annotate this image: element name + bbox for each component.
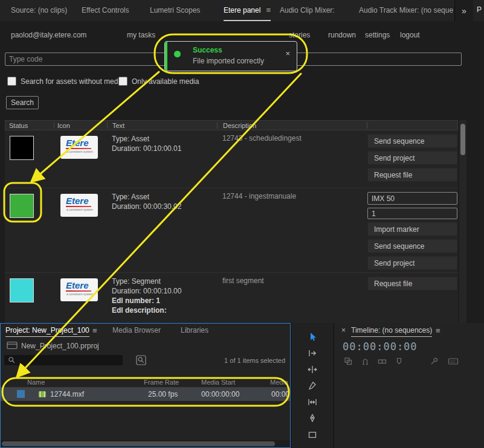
search-button[interactable]: Search — [6, 96, 39, 109]
overflow-chevron-icon[interactable]: » — [454, 0, 473, 21]
marker-number-input[interactable] — [367, 208, 457, 219]
header-description: Description — [223, 122, 256, 129]
header-separator — [107, 122, 108, 129]
nav-logout[interactable]: logout — [400, 31, 420, 39]
add-marker-icon[interactable] — [395, 357, 404, 366]
tab-lumetri-scopes[interactable]: Lumetri Scopes — [150, 0, 200, 20]
checkbox-available-media-box[interactable] — [118, 77, 127, 86]
send-project-button[interactable]: Send project — [367, 256, 457, 270]
request-file-button[interactable]: Request file — [367, 277, 457, 290]
timeline-title[interactable]: Timeline: (no sequences) — [351, 326, 432, 337]
timeline-settings-wrench-icon[interactable] — [430, 357, 439, 366]
vertical-scrollbar[interactable] — [459, 120, 466, 323]
panel-menu-icon[interactable]: ≡ — [266, 5, 271, 14]
partial-next-panel-tab[interactable]: P — [477, 5, 482, 14]
selection-tool[interactable] — [305, 330, 320, 343]
checkbox-available-media[interactable]: Only available media — [118, 77, 199, 86]
project-search-input[interactable] — [4, 355, 123, 365]
panel-tab-bar: Source: (no clips) Effect Controls Lumet… — [0, 0, 484, 22]
toast-title: Success — [193, 46, 222, 54]
timeline-timecode: 00:00:00:00 — [343, 341, 418, 353]
timeline-menu-icon[interactable]: ≡ — [436, 326, 440, 335]
horizontal-scrollbar[interactable] — [1, 440, 290, 447]
nest-sequence-icon[interactable] — [344, 357, 353, 366]
nav-my-tasks[interactable]: my tasks — [127, 31, 155, 39]
clip-frame-rate: 25.00 fps — [148, 390, 178, 398]
nav-stories[interactable]: stories — [289, 31, 310, 39]
tab-libraries[interactable]: Libraries — [181, 326, 208, 334]
tab-project[interactable]: Project: New_Project_100 — [5, 326, 89, 337]
project-columns-header: Name Frame Rate Media Start Media — [1, 378, 290, 388]
user-email: paolod@italy.etere.com — [11, 31, 86, 39]
send-sequence-button[interactable]: Send sequence — [367, 239, 457, 253]
header-status: Status — [9, 122, 28, 129]
toast-close-icon[interactable]: × — [285, 49, 290, 58]
clip-row-12744[interactable]: 12744.mxf 25.00 fps 00:00:00:00 00:00 — [1, 388, 290, 401]
captions-icon[interactable]: CC — [448, 357, 457, 366]
column-frame-rate[interactable]: Frame Rate — [144, 379, 179, 386]
linked-selection-icon[interactable] — [378, 357, 387, 366]
status-swatch-cyan — [10, 278, 34, 302]
segment-description: first segment — [222, 277, 264, 285]
tab-audio-track-mixer[interactable]: Audio Track Mixer: (no seque — [359, 0, 453, 20]
checkbox-no-media[interactable]: Search for assets without media — [7, 77, 124, 86]
nav-rundown[interactable]: rundown — [328, 31, 356, 39]
project-file-name[interactable]: New_Project_100.prproj — [21, 342, 99, 350]
segment-edl-description-line: Edl description: — [112, 306, 181, 315]
status-swatch-green — [10, 194, 34, 218]
etere-logo-text: Etere — [60, 194, 98, 206]
etere-logo-swoosh — [66, 148, 91, 149]
request-file-button[interactable]: Request file — [367, 168, 457, 182]
clip-label-chip[interactable] — [17, 390, 25, 398]
segment-duration-line: Duration: 00:00:10.00 — [112, 286, 181, 296]
slip-tool[interactable] — [305, 395, 320, 408]
track-select-forward-tool[interactable] — [305, 347, 320, 359]
asset-row-12743[interactable]: Etere a consistent system Type: Asset Du… — [5, 130, 458, 188]
column-name[interactable]: Name — [27, 379, 45, 386]
success-dot-icon — [174, 51, 181, 57]
format-select[interactable]: IMX 50 — [367, 192, 457, 205]
send-sequence-button[interactable]: Send sequence — [367, 134, 457, 148]
pen-tool[interactable] — [305, 412, 320, 424]
razor-tool[interactable] — [305, 379, 320, 392]
segment-row[interactable]: Etere a consistent system Type: Segment … — [5, 273, 458, 323]
etere-logo-tagline: a consistent system — [60, 208, 98, 211]
rectangle-tool[interactable] — [305, 428, 320, 441]
asset-row-12744[interactable]: Etere a consistent system Type: Asset Du… — [5, 188, 458, 273]
asset-duration-line: Duration: 00:00:30.02 — [112, 202, 181, 211]
etere-logo: Etere a consistent system — [60, 194, 98, 217]
header-separator — [217, 122, 218, 129]
toast-accent-stripe — [165, 42, 167, 71]
column-media-start[interactable]: Media Start — [201, 379, 235, 386]
horizontal-scrollbar-thumb[interactable] — [2, 441, 275, 446]
tab-project-label: Project: New_Project_100 — [5, 326, 89, 334]
send-project-button[interactable]: Send project — [367, 151, 457, 165]
asset-actions: Send sequence Send project Request file — [367, 134, 457, 182]
asset-actions: IMX 50 Import marker Send sequence Send … — [367, 192, 457, 270]
asset-type-line: Type: Asset — [112, 192, 181, 202]
snap-magnet-icon[interactable] — [361, 357, 370, 366]
tab-media-browser-label: Media Browser — [112, 326, 161, 334]
column-media[interactable]: Media — [270, 379, 288, 386]
timeline-close-icon[interactable]: × — [341, 326, 346, 334]
success-toast: Success File imported correctly × — [164, 41, 297, 71]
checkbox-no-media-box[interactable] — [7, 77, 16, 86]
tab-etere-panel[interactable]: Etere panel ≡ — [224, 0, 271, 21]
checkbox-available-media-label: Only available media — [132, 77, 199, 86]
asset-type-line: Type: Asset — [112, 134, 181, 144]
tab-lumetri-scopes-label: Lumetri Scopes — [150, 6, 200, 14]
tab-media-browser[interactable]: Media Browser — [112, 326, 161, 334]
nav-settings[interactable]: settings — [365, 31, 390, 39]
import-marker-button[interactable]: Import marker — [367, 222, 457, 236]
new-search-bin-button[interactable] — [136, 355, 146, 367]
clip-media-end: 00:00 — [271, 390, 289, 398]
ripple-edit-tool[interactable] — [305, 363, 320, 376]
header-text: Text — [112, 122, 124, 129]
tab-audio-clip-mixer[interactable]: Audio Clip Mixer: — [280, 0, 335, 20]
tab-effect-controls-label: Effect Controls — [82, 6, 129, 14]
tab-effect-controls[interactable]: Effect Controls — [82, 0, 129, 20]
project-panel-menu-icon[interactable]: ≡ — [92, 326, 97, 335]
captions-label: CC — [450, 360, 456, 363]
tab-source[interactable]: Source: (no clips) — [11, 0, 67, 20]
vertical-scrollbar-thumb[interactable] — [460, 124, 465, 155]
